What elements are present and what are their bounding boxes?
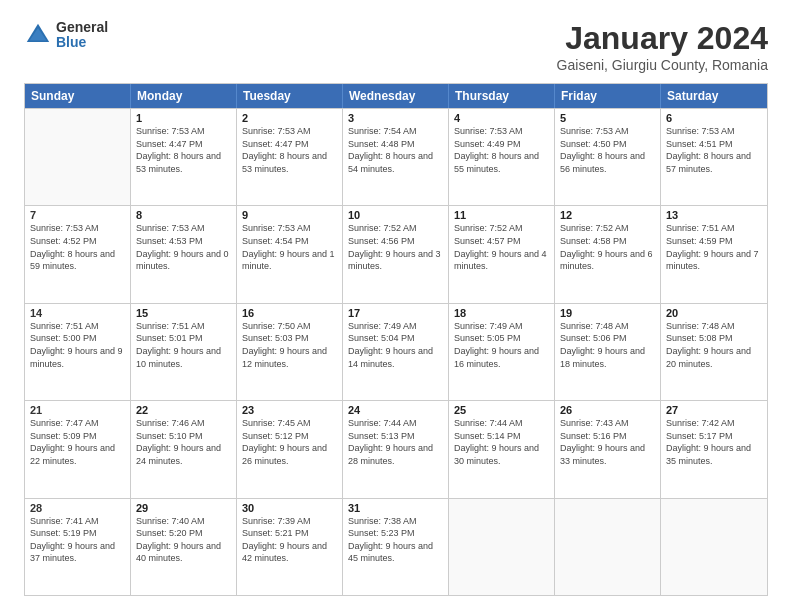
calendar-cell: 8Sunrise: 7:53 AMSunset: 4:53 PMDaylight… <box>131 206 237 302</box>
day-number: 5 <box>560 112 655 124</box>
logo-text: General Blue <box>56 20 108 51</box>
header: General Blue January 2024 Gaiseni, Giurg… <box>24 20 768 73</box>
calendar: SundayMondayTuesdayWednesdayThursdayFrid… <box>24 83 768 596</box>
day-number: 29 <box>136 502 231 514</box>
day-info: Sunrise: 7:52 AMSunset: 4:57 PMDaylight:… <box>454 222 549 272</box>
day-info: Sunrise: 7:49 AMSunset: 5:04 PMDaylight:… <box>348 320 443 370</box>
day-number: 19 <box>560 307 655 319</box>
day-number: 18 <box>454 307 549 319</box>
day-info: Sunrise: 7:47 AMSunset: 5:09 PMDaylight:… <box>30 417 125 467</box>
day-number: 20 <box>666 307 762 319</box>
calendar-cell: 15Sunrise: 7:51 AMSunset: 5:01 PMDayligh… <box>131 304 237 400</box>
day-number: 14 <box>30 307 125 319</box>
calendar-cell: 25Sunrise: 7:44 AMSunset: 5:14 PMDayligh… <box>449 401 555 497</box>
calendar-cell: 24Sunrise: 7:44 AMSunset: 5:13 PMDayligh… <box>343 401 449 497</box>
calendar-cell <box>555 499 661 595</box>
calendar-week-1: 1Sunrise: 7:53 AMSunset: 4:47 PMDaylight… <box>25 108 767 205</box>
calendar-week-5: 28Sunrise: 7:41 AMSunset: 5:19 PMDayligh… <box>25 498 767 595</box>
weekday-header-saturday: Saturday <box>661 84 767 108</box>
calendar-cell: 29Sunrise: 7:40 AMSunset: 5:20 PMDayligh… <box>131 499 237 595</box>
day-number: 1 <box>136 112 231 124</box>
calendar-cell: 26Sunrise: 7:43 AMSunset: 5:16 PMDayligh… <box>555 401 661 497</box>
day-info: Sunrise: 7:51 AMSunset: 4:59 PMDaylight:… <box>666 222 762 272</box>
day-info: Sunrise: 7:53 AMSunset: 4:52 PMDaylight:… <box>30 222 125 272</box>
day-info: Sunrise: 7:38 AMSunset: 5:23 PMDaylight:… <box>348 515 443 565</box>
day-number: 3 <box>348 112 443 124</box>
weekday-header-tuesday: Tuesday <box>237 84 343 108</box>
day-info: Sunrise: 7:39 AMSunset: 5:21 PMDaylight:… <box>242 515 337 565</box>
calendar-cell: 27Sunrise: 7:42 AMSunset: 5:17 PMDayligh… <box>661 401 767 497</box>
day-info: Sunrise: 7:42 AMSunset: 5:17 PMDaylight:… <box>666 417 762 467</box>
calendar-cell <box>25 109 131 205</box>
calendar-cell: 9Sunrise: 7:53 AMSunset: 4:54 PMDaylight… <box>237 206 343 302</box>
day-info: Sunrise: 7:53 AMSunset: 4:54 PMDaylight:… <box>242 222 337 272</box>
day-number: 12 <box>560 209 655 221</box>
day-number: 11 <box>454 209 549 221</box>
day-number: 6 <box>666 112 762 124</box>
day-number: 27 <box>666 404 762 416</box>
page: General Blue January 2024 Gaiseni, Giurg… <box>0 0 792 612</box>
calendar-week-2: 7Sunrise: 7:53 AMSunset: 4:52 PMDaylight… <box>25 205 767 302</box>
logo: General Blue <box>24 20 108 51</box>
calendar-cell: 4Sunrise: 7:53 AMSunset: 4:49 PMDaylight… <box>449 109 555 205</box>
weekday-header-sunday: Sunday <box>25 84 131 108</box>
day-info: Sunrise: 7:52 AMSunset: 4:56 PMDaylight:… <box>348 222 443 272</box>
day-info: Sunrise: 7:51 AMSunset: 5:01 PMDaylight:… <box>136 320 231 370</box>
calendar-body: 1Sunrise: 7:53 AMSunset: 4:47 PMDaylight… <box>25 108 767 595</box>
month-title: January 2024 <box>557 20 768 57</box>
day-number: 4 <box>454 112 549 124</box>
calendar-cell: 11Sunrise: 7:52 AMSunset: 4:57 PMDayligh… <box>449 206 555 302</box>
calendar-cell: 18Sunrise: 7:49 AMSunset: 5:05 PMDayligh… <box>449 304 555 400</box>
day-number: 15 <box>136 307 231 319</box>
day-info: Sunrise: 7:49 AMSunset: 5:05 PMDaylight:… <box>454 320 549 370</box>
calendar-cell: 1Sunrise: 7:53 AMSunset: 4:47 PMDaylight… <box>131 109 237 205</box>
day-info: Sunrise: 7:53 AMSunset: 4:49 PMDaylight:… <box>454 125 549 175</box>
day-info: Sunrise: 7:48 AMSunset: 5:06 PMDaylight:… <box>560 320 655 370</box>
weekday-header-monday: Monday <box>131 84 237 108</box>
calendar-cell: 10Sunrise: 7:52 AMSunset: 4:56 PMDayligh… <box>343 206 449 302</box>
day-info: Sunrise: 7:46 AMSunset: 5:10 PMDaylight:… <box>136 417 231 467</box>
location: Gaiseni, Giurgiu County, Romania <box>557 57 768 73</box>
day-info: Sunrise: 7:48 AMSunset: 5:08 PMDaylight:… <box>666 320 762 370</box>
day-number: 9 <box>242 209 337 221</box>
calendar-cell: 14Sunrise: 7:51 AMSunset: 5:00 PMDayligh… <box>25 304 131 400</box>
day-info: Sunrise: 7:53 AMSunset: 4:47 PMDaylight:… <box>136 125 231 175</box>
day-info: Sunrise: 7:43 AMSunset: 5:16 PMDaylight:… <box>560 417 655 467</box>
calendar-cell: 22Sunrise: 7:46 AMSunset: 5:10 PMDayligh… <box>131 401 237 497</box>
day-number: 24 <box>348 404 443 416</box>
day-number: 25 <box>454 404 549 416</box>
day-info: Sunrise: 7:45 AMSunset: 5:12 PMDaylight:… <box>242 417 337 467</box>
calendar-cell: 23Sunrise: 7:45 AMSunset: 5:12 PMDayligh… <box>237 401 343 497</box>
logo-icon <box>24 21 52 49</box>
weekday-header-friday: Friday <box>555 84 661 108</box>
calendar-cell: 16Sunrise: 7:50 AMSunset: 5:03 PMDayligh… <box>237 304 343 400</box>
calendar-cell: 17Sunrise: 7:49 AMSunset: 5:04 PMDayligh… <box>343 304 449 400</box>
calendar-cell: 30Sunrise: 7:39 AMSunset: 5:21 PMDayligh… <box>237 499 343 595</box>
calendar-cell: 2Sunrise: 7:53 AMSunset: 4:47 PMDaylight… <box>237 109 343 205</box>
weekday-header-wednesday: Wednesday <box>343 84 449 108</box>
day-number: 16 <box>242 307 337 319</box>
day-number: 17 <box>348 307 443 319</box>
calendar-cell: 12Sunrise: 7:52 AMSunset: 4:58 PMDayligh… <box>555 206 661 302</box>
day-info: Sunrise: 7:54 AMSunset: 4:48 PMDaylight:… <box>348 125 443 175</box>
day-number: 28 <box>30 502 125 514</box>
day-number: 31 <box>348 502 443 514</box>
logo-general-text: General <box>56 20 108 35</box>
day-info: Sunrise: 7:53 AMSunset: 4:51 PMDaylight:… <box>666 125 762 175</box>
day-info: Sunrise: 7:50 AMSunset: 5:03 PMDaylight:… <box>242 320 337 370</box>
day-info: Sunrise: 7:41 AMSunset: 5:19 PMDaylight:… <box>30 515 125 565</box>
day-number: 13 <box>666 209 762 221</box>
calendar-cell: 19Sunrise: 7:48 AMSunset: 5:06 PMDayligh… <box>555 304 661 400</box>
calendar-week-3: 14Sunrise: 7:51 AMSunset: 5:00 PMDayligh… <box>25 303 767 400</box>
day-info: Sunrise: 7:53 AMSunset: 4:53 PMDaylight:… <box>136 222 231 272</box>
day-number: 22 <box>136 404 231 416</box>
calendar-cell: 7Sunrise: 7:53 AMSunset: 4:52 PMDaylight… <box>25 206 131 302</box>
calendar-cell: 6Sunrise: 7:53 AMSunset: 4:51 PMDaylight… <box>661 109 767 205</box>
title-block: January 2024 Gaiseni, Giurgiu County, Ro… <box>557 20 768 73</box>
calendar-header: SundayMondayTuesdayWednesdayThursdayFrid… <box>25 84 767 108</box>
day-info: Sunrise: 7:44 AMSunset: 5:13 PMDaylight:… <box>348 417 443 467</box>
calendar-cell: 5Sunrise: 7:53 AMSunset: 4:50 PMDaylight… <box>555 109 661 205</box>
calendar-cell: 28Sunrise: 7:41 AMSunset: 5:19 PMDayligh… <box>25 499 131 595</box>
day-info: Sunrise: 7:53 AMSunset: 4:50 PMDaylight:… <box>560 125 655 175</box>
calendar-cell <box>449 499 555 595</box>
